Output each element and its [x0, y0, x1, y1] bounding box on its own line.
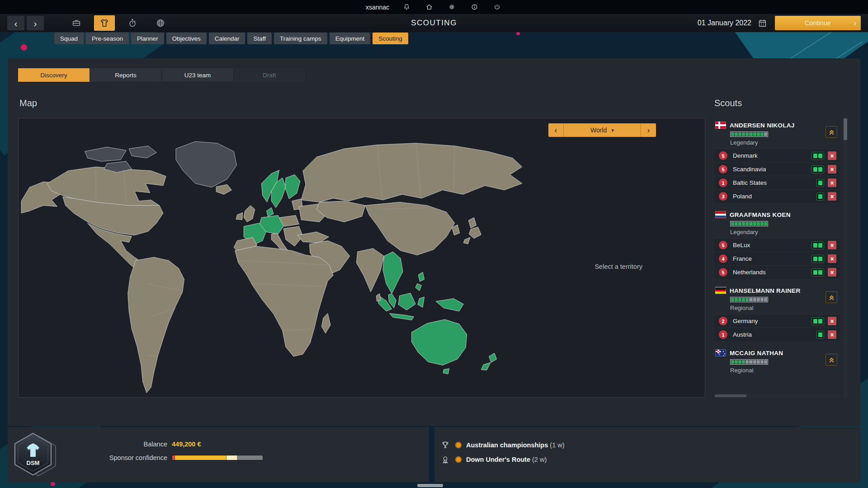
- skill-cell: [745, 360, 749, 364]
- territory-row-austria[interactable]: 1Austria×: [714, 328, 840, 341]
- territory-remove-button[interactable]: ×: [828, 254, 836, 263]
- territory-remove-button[interactable]: ×: [828, 192, 836, 201]
- events-panel: Australian championships (1 w)Down Under…: [434, 427, 860, 482]
- map-area[interactable]: ‹ World ▾ › Select a territory: [18, 118, 705, 398]
- slot-cell: [813, 154, 817, 158]
- scouts-hscrollbar[interactable]: [714, 394, 840, 398]
- territory-row-denmark[interactable]: 5Denmark×: [714, 149, 840, 162]
- medal-icon-wrap: [441, 455, 451, 464]
- calendar-button[interactable]: [757, 18, 768, 28]
- territory-row-france[interactable]: 4France×: [714, 252, 840, 265]
- territory-row-scandinavia[interactable]: 5Scandinavia×: [714, 162, 840, 176]
- event-weeks: (1 w): [548, 441, 564, 449]
- hscrollbar-thumb[interactable]: [715, 394, 746, 397]
- globe-button[interactable]: [150, 15, 171, 31]
- territory-count-badge: 1: [719, 178, 727, 187]
- skill-cell: [731, 132, 734, 136]
- scouts-scrollbar[interactable]: [843, 118, 848, 398]
- scout-upgrade-button[interactable]: [826, 354, 837, 366]
- territory-name: France: [733, 255, 811, 262]
- tab-scouting[interactable]: Scouting: [373, 33, 408, 44]
- event-alert-dot: [455, 456, 462, 463]
- territory-remove-button[interactable]: ×: [828, 151, 836, 160]
- territory-row-belux[interactable]: 5BeLux×: [714, 238, 840, 252]
- skill-cell: [731, 360, 734, 364]
- briefcase-button[interactable]: [66, 15, 87, 31]
- scout-name-row: ANDERSEN NIKOLAJ: [715, 122, 837, 129]
- stopwatch-button[interactable]: [122, 15, 143, 31]
- sub-tabs: DiscoveryReportsU23 teamDraft: [18, 68, 306, 82]
- scrollbar-thumb[interactable]: [844, 118, 847, 140]
- slot-cell: [813, 270, 817, 275]
- subtab-discovery[interactable]: Discovery: [18, 68, 90, 82]
- tab-staff[interactable]: Staff: [247, 33, 272, 44]
- skill-cell: [745, 298, 749, 301]
- territory-remove-button[interactable]: ×: [828, 317, 836, 325]
- continue-chevron: ›: [854, 19, 856, 28]
- continue-label: Continue: [805, 19, 831, 27]
- home-button[interactable]: [424, 2, 434, 13]
- tab-objectives[interactable]: Objectives: [166, 33, 207, 44]
- info-button[interactable]: [469, 2, 480, 13]
- skill-cell: [731, 222, 734, 225]
- tab-equipment[interactable]: Equipment: [330, 33, 371, 44]
- sponsor-bar-segment: [237, 455, 263, 460]
- territory-dropdown[interactable]: World ▾: [564, 123, 641, 137]
- tab-squad[interactable]: Squad: [54, 33, 84, 44]
- event-row-down-under-s-route[interactable]: Down Under's Route (2 w): [441, 454, 860, 465]
- subtab-reports[interactable]: Reports: [90, 68, 162, 82]
- current-date: 01 January 2022: [698, 19, 751, 27]
- territory-slots-indicator: [811, 152, 824, 160]
- slot-cell: [818, 154, 822, 158]
- territory-row-germany[interactable]: 2Germany×: [714, 314, 840, 328]
- map-heading: Map: [19, 98, 37, 108]
- scout-header[interactable]: GRAAFMANS KOENLegendary: [714, 207, 840, 238]
- main-tabs: SquadPre-seasonPlannerObjectivesCalendar…: [54, 33, 408, 44]
- territory-next-button[interactable]: ›: [641, 123, 656, 137]
- tab-training-camps[interactable]: Training camps: [274, 33, 327, 44]
- territory-name: Baltic States: [733, 179, 816, 186]
- subtab-u23-team[interactable]: U23 team: [162, 68, 234, 82]
- scout-header[interactable]: MCCAIG NATHANRegional: [714, 346, 840, 376]
- tab-calendar[interactable]: Calendar: [209, 33, 245, 44]
- skill-cell: [753, 360, 756, 364]
- continue-button[interactable]: Continue ›: [775, 16, 861, 30]
- skill-cell: [760, 298, 764, 301]
- jersey-button[interactable]: [94, 15, 115, 31]
- denmark-flag-icon: [715, 122, 726, 129]
- territory-prev-button[interactable]: ‹: [548, 123, 564, 137]
- scout-card-hanselmann-rainer: HANSELMANN RAINERRegional2Germany×1Austr…: [714, 283, 840, 341]
- territory-remove-button[interactable]: ×: [828, 268, 836, 277]
- scout-upgrade-button[interactable]: [826, 126, 837, 138]
- nav-right: 01 January 2022 Continue ›: [698, 16, 861, 30]
- skill-cell: [738, 132, 741, 136]
- info-icon: [471, 3, 478, 11]
- tab-pre-season[interactable]: Pre-season: [86, 33, 129, 44]
- skill-cell: [760, 222, 764, 225]
- skill-cell: [753, 132, 756, 136]
- territory-remove-button[interactable]: ×: [828, 330, 836, 339]
- territory-row-baltic-states[interactable]: 1Baltic States×: [714, 176, 840, 189]
- territory-remove-button[interactable]: ×: [828, 165, 836, 174]
- forward-button[interactable]: ›: [27, 16, 44, 30]
- scout-upgrade-button[interactable]: [826, 291, 837, 303]
- power-button[interactable]: [491, 2, 502, 13]
- event-row-australian-championships[interactable]: Australian championships (1 w): [441, 440, 860, 450]
- territory-slots-indicator: [816, 179, 824, 187]
- world-map[interactable]: [19, 118, 705, 397]
- territory-remove-button[interactable]: ×: [828, 178, 836, 187]
- territory-remove-button[interactable]: ×: [828, 241, 836, 249]
- territory-row-netherlands[interactable]: 5Netherlands×: [714, 265, 840, 279]
- power-icon: [493, 3, 501, 11]
- skill-cell: [749, 298, 752, 301]
- territory-row-poland[interactable]: 3Poland×: [714, 189, 840, 203]
- team-abbr: DSM: [27, 460, 40, 466]
- slot-cell: [818, 333, 822, 337]
- scout-header[interactable]: HANSELMANN RAINERRegional: [714, 283, 840, 314]
- notifications-button[interactable]: [401, 2, 412, 13]
- scout-header[interactable]: ANDERSEN NIKOLAJLegendary: [714, 118, 840, 149]
- territory-count-badge: 5: [719, 268, 727, 277]
- back-button[interactable]: ‹: [7, 16, 24, 30]
- tab-planner[interactable]: Planner: [131, 33, 164, 44]
- settings-button[interactable]: [446, 2, 457, 13]
